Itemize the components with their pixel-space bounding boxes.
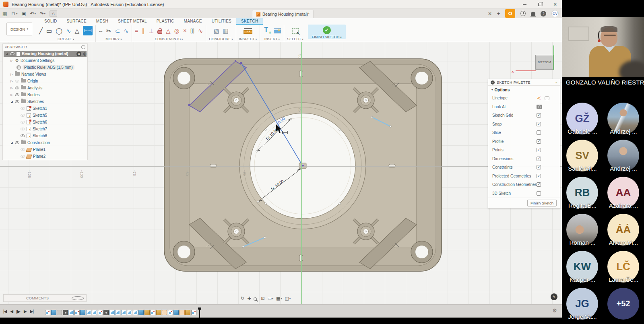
comments-bar[interactable]: COMMENTS − [3, 294, 87, 302]
tab-sheet-metal[interactable]: SHEET METAL [113, 18, 152, 25]
offset-tool-icon[interactable]: ⊂ [115, 28, 120, 34]
timeline-feature-fillet-icon[interactable] [115, 310, 120, 315]
linetype-shape-icon[interactable] [545, 96, 549, 100]
participant-tile[interactable]: SVSaulė Vil... [564, 139, 601, 176]
fit-icon[interactable]: ⊡ [261, 296, 264, 301]
tree-item-named-views[interactable]: ▷Named Views [3, 71, 87, 78]
visibility-off-icon[interactable] [21, 114, 25, 117]
browser-minimize-icon[interactable]: − [81, 45, 85, 49]
select-group-label[interactable]: SELECT [287, 37, 303, 41]
timeline-playhead-marker[interactable] [198, 307, 201, 318]
ground-icon[interactable]: G [76, 52, 81, 56]
tab-solid[interactable]: SOLID [39, 18, 62, 25]
tree-item-origin[interactable]: ▷Origin [3, 78, 87, 85]
timeline-step-back-icon[interactable]: ◀ [10, 309, 13, 314]
participant-tile[interactable]: AAAzahara ... [605, 176, 642, 213]
rectangle-tool-icon[interactable]: ▭ [46, 28, 52, 34]
finish-sketch-button[interactable]: Finish Sketch [527, 200, 557, 206]
sketch-grid-checkbox[interactable]: ✓ [537, 113, 541, 118]
symmetry-constraint-icon[interactable]: [|] [190, 28, 194, 33]
restore-button[interactable] [537, 2, 543, 7]
palette-dock-icon[interactable]: » [555, 80, 557, 85]
trim-tool-icon[interactable]: ✂ [106, 28, 111, 34]
tree-item-sketch6[interactable]: Sketch6 [3, 119, 87, 126]
finish-sketch-check-icon[interactable]: ✓ [323, 26, 331, 34]
visibility-off-icon[interactable] [21, 128, 25, 130]
timeline-play-icon[interactable]: ▶ [17, 308, 20, 314]
tab-surface[interactable]: SURFACE [62, 18, 91, 25]
timeline-step-forward-icon[interactable]: ▶ [24, 309, 27, 314]
linetype-spline-icon[interactable]: ≺ [537, 95, 541, 101]
new-tab-icon[interactable]: + [497, 11, 500, 16]
activate-component-icon[interactable]: ◎ [83, 52, 87, 56]
insert-group-label[interactable]: INSERT [264, 37, 280, 41]
timeline-feature-hole-icon[interactable] [103, 310, 109, 315]
midpoint-constraint-icon[interactable]: △ [166, 28, 171, 34]
job-status-button[interactable] [505, 9, 515, 18]
sketch-dimension-tool-icon[interactable]: ⊢⊣ [83, 26, 93, 35]
timeline-feature-sketch-icon[interactable] [150, 310, 155, 315]
participant-tile[interactable]: ÁÁÁlvaro Vi... [605, 213, 642, 250]
timeline-feature-sketch-icon[interactable] [191, 310, 196, 315]
tangent-constraint-icon[interactable]: ∿ [198, 28, 203, 34]
snap-checkbox[interactable]: ✓ [537, 122, 541, 126]
workspace-selector[interactable]: DESIGN [6, 23, 32, 35]
fix-constraint-icon[interactable] [157, 30, 162, 34]
finish-sketch-group[interactable]: ✓ FINISH SKETCH [308, 25, 346, 39]
timeline-feature-fillet-icon[interactable] [109, 310, 115, 315]
expand-arrow-icon[interactable]: ▷ [10, 93, 13, 97]
overflow-participants-tile[interactable]: +52 [605, 287, 642, 324]
perpendicular-constraint-icon[interactable]: ⊥ [149, 28, 154, 34]
dimensions-checkbox[interactable]: ✓ [537, 157, 541, 161]
save-icon[interactable]: ▣ [21, 11, 26, 16]
timeline-feature-sketch-icon[interactable] [168, 310, 173, 315]
document-tab[interactable]: Bearing Housing (metal)* [252, 10, 314, 18]
tab-mesh[interactable]: MESH [91, 18, 113, 25]
pan-icon[interactable]: ✚ [247, 296, 251, 301]
timeline-feature-fillet-icon[interactable] [92, 310, 97, 315]
edit-curve-tool-icon[interactable]: ∿ [124, 28, 129, 34]
tree-item-sketch5[interactable]: Sketch5 [3, 112, 87, 119]
visibility-on-icon[interactable] [15, 141, 19, 144]
participant-tile[interactable]: LČLaura Če... [605, 250, 642, 287]
profile-checkbox[interactable]: ✓ [537, 139, 541, 144]
inspect-group-label[interactable]: INSPECT [239, 37, 257, 41]
tree-item-construction[interactable]: ◢Construction [3, 139, 87, 146]
timeline-feature-fillet-icon[interactable] [133, 310, 138, 315]
participant-tile[interactable]: RBRegita B... [564, 176, 601, 213]
points-checkbox[interactable]: ✓ [537, 148, 541, 152]
tab-utilities[interactable]: UTILITIES [207, 18, 236, 25]
timeline-feature-solid-icon[interactable] [173, 310, 179, 315]
construction-geometries-checkbox[interactable]: ✓ [537, 182, 541, 187]
tree-item-sketch7[interactable]: Sketch7 [3, 126, 87, 132]
visibility-off-icon[interactable] [21, 155, 25, 158]
tab-plastic[interactable]: PLASTIC [152, 18, 179, 25]
timeline-feature-fillet-icon[interactable] [86, 310, 91, 315]
select-cursor-icon[interactable] [292, 28, 299, 34]
tab-manage[interactable]: MANAGE [179, 18, 207, 25]
3d-sketch-checkbox[interactable] [537, 191, 541, 196]
timeline-feature-fillet-icon[interactable] [121, 310, 126, 315]
timeline-feature-sketch-icon[interactable] [45, 310, 50, 315]
tree-item-plane1[interactable]: Plane1 [3, 146, 87, 153]
browser-root-node[interactable]: ◢ Bearing Housing (metal) G ◎ [4, 51, 87, 57]
line-tool-icon[interactable]: ╱ [39, 28, 43, 34]
comments-collapse-icon[interactable]: − [72, 296, 84, 300]
speaker-video[interactable] [562, 17, 644, 77]
notifications-bell-icon[interactable] [531, 12, 535, 16]
comment-fab-icon[interactable]: ✎ [551, 293, 557, 300]
recent-clock-icon[interactable] [520, 11, 526, 16]
zoom-icon[interactable] [254, 297, 258, 301]
viewcube[interactable]: BOTTOM X [535, 55, 553, 70]
visibility-off-icon[interactable] [21, 107, 25, 110]
timeline-feature-solid-icon[interactable] [138, 310, 144, 315]
polygon-tool-icon[interactable]: △ [75, 28, 80, 34]
configure-icon[interactable]: ▧ [213, 28, 219, 34]
expand-arrow-icon[interactable]: ▷ [10, 73, 13, 76]
app-grid-icon[interactable]: ▦ [2, 11, 7, 16]
viewcube-face-label[interactable]: BOTTOM [538, 60, 551, 64]
tree-item-sketch8[interactable]: Sketch8 [3, 132, 87, 139]
visibility-on-icon[interactable] [15, 100, 19, 103]
tree-item-sketches[interactable]: ◢Sketches [3, 98, 87, 105]
expand-arrow-icon[interactable]: ▷ [10, 59, 13, 62]
